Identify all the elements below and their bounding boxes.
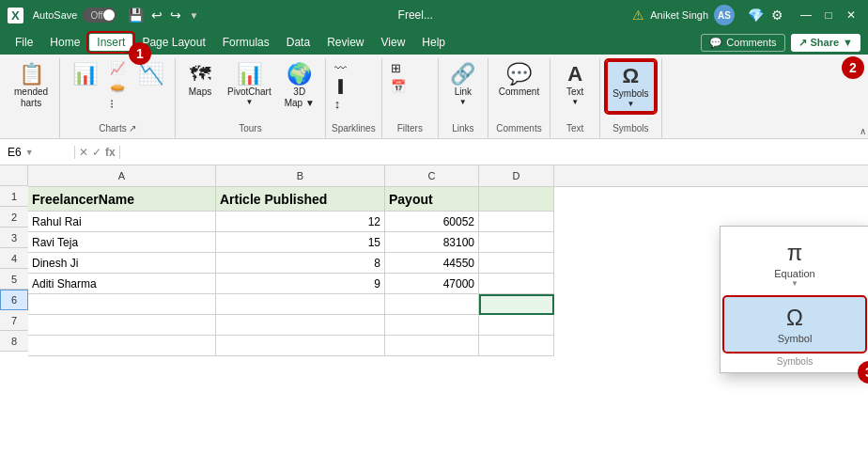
- scatter-chart-button[interactable]: ⁝: [107, 96, 128, 112]
- recommended-charts-button[interactable]: 📋 mended harts: [9, 60, 53, 111]
- cell-d6[interactable]: [479, 294, 554, 315]
- cell-c4[interactable]: 44550: [385, 253, 479, 274]
- equation-icon: π: [787, 240, 803, 266]
- cell-b6[interactable]: [216, 294, 385, 315]
- equation-label: Equation: [774, 268, 814, 279]
- cell-c8[interactable]: [385, 336, 479, 356]
- formula-fx-icon[interactable]: fx: [105, 146, 116, 159]
- cell-c3[interactable]: 83100: [385, 232, 479, 253]
- cell-d1[interactable]: [479, 187, 554, 212]
- comments-button[interactable]: 💬 Comments: [701, 34, 784, 52]
- ribbon-collapse-button[interactable]: ∧: [860, 126, 866, 136]
- cell-c7[interactable]: [385, 315, 479, 336]
- cell-b7[interactable]: [216, 315, 385, 336]
- bar-chart-button[interactable]: 📊: [66, 60, 103, 88]
- menu-file[interactable]: File: [8, 34, 40, 51]
- redo-icon[interactable]: ↪: [170, 8, 181, 23]
- symbols-arrow: ▼: [627, 100, 634, 108]
- save-icon[interactable]: 💾: [128, 8, 144, 23]
- formula-confirm-icon[interactable]: ✓: [92, 146, 101, 159]
- menu-review[interactable]: Review: [319, 34, 371, 51]
- ribbon: 📋 mended harts 📊 📈 🥧: [0, 55, 868, 139]
- autosave-toggle[interactable]: Off: [83, 8, 116, 23]
- cell-reference-box[interactable]: E6 ▼: [0, 146, 75, 159]
- diamond-icon[interactable]: 💎: [748, 8, 764, 23]
- sparkline-col-button[interactable]: ▐: [332, 78, 349, 94]
- charts-expand-icon[interactable]: ↗: [129, 123, 136, 133]
- cell-d3[interactable]: [479, 232, 554, 253]
- col-header-b[interactable]: B: [216, 165, 385, 186]
- pivotchart-button[interactable]: 📊 PivotChart ▼: [223, 60, 276, 109]
- link-button[interactable]: 🔗 Link ▼: [444, 60, 482, 109]
- line-chart-button[interactable]: 📈: [107, 60, 128, 76]
- slicer-button[interactable]: ⊞: [388, 60, 409, 76]
- cell-b2[interactable]: 12: [216, 212, 385, 232]
- cell-c1[interactable]: Payout: [385, 187, 479, 212]
- cell-a7[interactable]: [28, 315, 216, 336]
- cell-d5[interactable]: [479, 274, 554, 294]
- symbols-icon: Ω: [623, 65, 640, 87]
- menu-view[interactable]: View: [374, 34, 413, 51]
- menu-help[interactable]: Help: [414, 34, 453, 51]
- cell-d8[interactable]: [479, 336, 554, 356]
- maximize-button[interactable]: □: [819, 6, 838, 24]
- cell-d4[interactable]: [479, 253, 554, 274]
- cell-a4[interactable]: Dinesh Ji: [28, 253, 216, 274]
- cell-b5[interactable]: 9: [216, 274, 385, 294]
- pie-chart-button[interactable]: 🥧: [107, 78, 128, 94]
- menu-home[interactable]: Home: [42, 34, 87, 51]
- symbols-button[interactable]: Ω Symbols ▼: [606, 60, 655, 113]
- cell-c6[interactable]: [385, 294, 479, 315]
- formula-icons-group: ✕ ✓ fx: [75, 146, 120, 159]
- cell-b3[interactable]: 15: [216, 232, 385, 253]
- recommended-charts-icon: 📋: [19, 63, 44, 86]
- comment-button[interactable]: 💬 Comment: [494, 60, 544, 100]
- minimize-button[interactable]: —: [797, 6, 815, 24]
- cell-a6[interactable]: [28, 294, 216, 315]
- sparkline-winloss-button[interactable]: ↕: [332, 96, 349, 112]
- 3dmap-button[interactable]: 🌍 3D Map ▼: [280, 60, 319, 111]
- step-badge-1: 1: [129, 42, 151, 65]
- text-icon: A: [567, 63, 582, 86]
- cell-a2[interactable]: Rahul Rai: [28, 212, 216, 232]
- symbols-label: Symbols: [606, 123, 655, 136]
- cell-d7[interactable]: [479, 315, 554, 336]
- cell-a3[interactable]: Ravi Teja: [28, 232, 216, 253]
- col-header-c[interactable]: C: [385, 165, 479, 186]
- menu-data[interactable]: Data: [279, 34, 318, 51]
- equation-dropdown-item[interactable]: π Equation ▼: [724, 232, 865, 295]
- sparkline-small-btns: 〰 ▐ ↕: [332, 60, 349, 112]
- cell-a5[interactable]: Aditi Sharma: [28, 274, 216, 294]
- col-header-a[interactable]: A: [28, 165, 216, 186]
- cell-d2[interactable]: [479, 212, 554, 232]
- undo-icon[interactable]: ↩: [151, 8, 163, 23]
- tours-section: 🗺 Maps 📊 PivotChart ▼ 🌍 3D Map ▼ Tours: [176, 58, 326, 138]
- settings-icon[interactable]: ⚙: [771, 8, 783, 23]
- row-header-8: 8: [0, 331, 28, 352]
- menu-insert[interactable]: Insert: [89, 34, 132, 51]
- col-header-d[interactable]: D: [479, 165, 554, 186]
- sparkline-line-button[interactable]: 〰: [332, 60, 349, 76]
- symbol-dropdown-item[interactable]: Ω Symbol: [724, 297, 865, 352]
- user-name: Aniket Singh: [650, 9, 708, 21]
- formula-cancel-icon[interactable]: ✕: [79, 146, 88, 159]
- warning-icon: ⚠: [632, 8, 644, 23]
- sparkline-winloss-icon: ↕: [334, 97, 341, 111]
- cell-b8[interactable]: [216, 336, 385, 356]
- slicer-icon: ⊞: [391, 61, 401, 75]
- menu-formulas[interactable]: Formulas: [215, 34, 277, 51]
- cell-a8[interactable]: [28, 336, 216, 356]
- share-button[interactable]: ↗ Share ▼: [791, 34, 860, 52]
- row-header-7: 7: [0, 310, 28, 331]
- close-button[interactable]: ✕: [842, 6, 860, 24]
- timeline-button[interactable]: 📅: [388, 78, 409, 94]
- cell-b1[interactable]: Article Published: [216, 187, 385, 212]
- text-button[interactable]: A Text ▼: [556, 60, 594, 109]
- maps-button[interactable]: 🗺 Maps: [181, 60, 219, 100]
- cell-b4[interactable]: 8: [216, 253, 385, 274]
- cell-c2[interactable]: 60052: [385, 212, 479, 232]
- cell-a1[interactable]: FreelancerName: [28, 187, 216, 212]
- text-arrow: ▼: [571, 98, 579, 106]
- links-buttons: 🔗 Link ▼: [444, 60, 482, 119]
- cell-c5[interactable]: 47000: [385, 274, 479, 294]
